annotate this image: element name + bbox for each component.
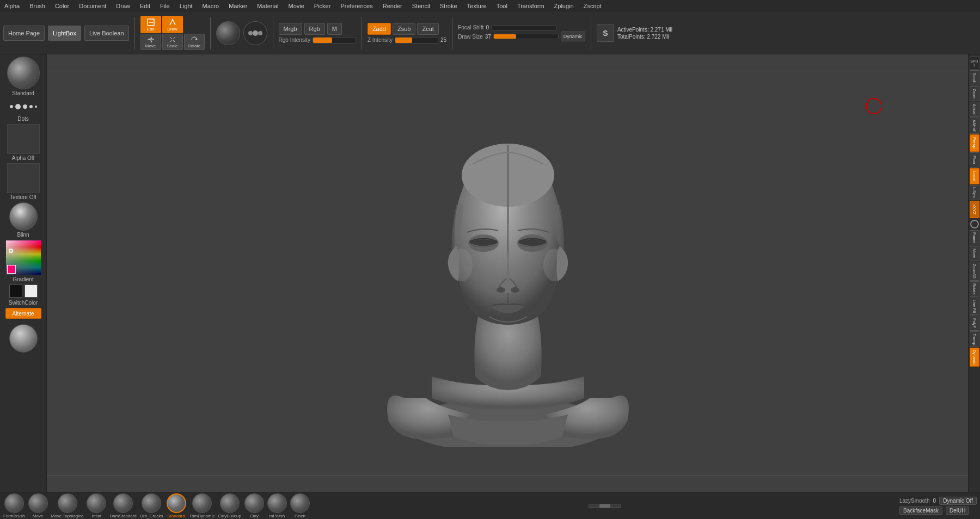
color-picker-item[interactable]: Gradient	[5, 240, 41, 282]
local-button[interactable]: Local	[970, 168, 979, 184]
white-swatch[interactable]	[24, 285, 38, 298]
scale-button[interactable]: Scale	[162, 34, 183, 50]
brush-sphere-preview[interactable]	[216, 21, 240, 45]
menu-picker[interactable]: Picker	[312, 3, 333, 9]
aahalf-button[interactable]: AAHalf	[970, 118, 979, 134]
menu-marker[interactable]: Marker	[226, 3, 249, 9]
blinn-item[interactable]: Blinn	[9, 202, 38, 238]
alternate-button[interactable]: Alternate	[5, 308, 41, 319]
backface-mask-button[interactable]: BackfaceMask	[899, 506, 942, 515]
z-intensity-slider[interactable]	[395, 37, 438, 44]
rxyz-button[interactable]: rXYZ	[970, 201, 979, 218]
menu-light[interactable]: Light	[177, 3, 195, 9]
menu-material[interactable]: Material	[255, 3, 280, 9]
alpha-off-item[interactable]: Alpha Off	[7, 124, 40, 161]
dam-standard-brush-item[interactable]: DamStandard	[109, 493, 136, 518]
zoom3d-button[interactable]: Zoom3D	[970, 262, 979, 281]
rotate-right-button[interactable]: Rotate	[970, 281, 979, 297]
rgb-intensity-slider[interactable]	[313, 37, 356, 44]
color-gradient[interactable]	[5, 240, 41, 275]
lsym-button[interactable]: L.Sym	[970, 185, 979, 200]
menu-preferences[interactable]: Preferences	[338, 3, 375, 9]
transp-button[interactable]: Transp	[970, 331, 979, 348]
persp-button[interactable]: Persp	[970, 134, 979, 152]
material-sphere-item[interactable]	[9, 324, 38, 353]
orb-cracks-brush-label: Orb_Cracks	[140, 514, 163, 518]
floor-button[interactable]: Floor	[970, 152, 979, 168]
inflat-brush-ball	[87, 493, 106, 513]
m-button[interactable]: M	[327, 23, 342, 35]
menu-texture[interactable]: Texture	[465, 3, 489, 9]
canvas-area[interactable]	[47, 54, 969, 492]
edit-button[interactable]: Edit	[140, 16, 161, 33]
move-button[interactable]: Move	[140, 34, 161, 50]
home-page-button[interactable]: Home Page	[3, 26, 45, 41]
rgb-button[interactable]: Rgb	[304, 23, 325, 35]
bottom-scrollbar[interactable]	[589, 504, 621, 508]
clay-brush-item[interactable]: Clay	[244, 493, 264, 518]
standard-brush-bottom-item[interactable]: Standard	[167, 493, 186, 518]
move-right-button[interactable]: Move	[970, 246, 979, 261]
dynamic-button[interactable]: Dynamic	[561, 32, 585, 41]
rotate-button[interactable]: Rotate	[184, 34, 205, 50]
menu-movie[interactable]: Movie	[286, 3, 306, 9]
live-boolean-button[interactable]: Live Boolean	[84, 26, 129, 41]
menu-zplugin[interactable]: Zplugin	[552, 3, 576, 9]
menu-alpha[interactable]: Alpha	[2, 3, 22, 9]
actual-button[interactable]: Actual	[970, 102, 979, 117]
menu-macro[interactable]: Macro	[200, 3, 222, 9]
menu-file[interactable]: File	[158, 3, 172, 9]
stroke-type-preview[interactable]	[243, 21, 267, 45]
scroll-button[interactable]: Scroll	[970, 70, 979, 85]
symmetry-s-button[interactable]: S	[597, 24, 614, 42]
menu-draw[interactable]: Draw	[114, 3, 132, 9]
standard-brush-item[interactable]: Standard	[7, 57, 40, 96]
trim-dynamic-brush-item[interactable]: TrimDynamic	[189, 493, 215, 518]
dynamic-off-button[interactable]: Dynamic Off	[939, 497, 977, 505]
zadd-button[interactable]: Zadd	[367, 23, 391, 35]
menu-stroke[interactable]: Stroke	[438, 3, 460, 9]
form-brush-item[interactable]: FormBrush	[3, 493, 25, 518]
zcut-button[interactable]: Zcut	[417, 23, 438, 35]
black-swatch[interactable]	[9, 285, 22, 298]
lightbox-button[interactable]: LightBox	[48, 26, 81, 41]
spix-button[interactable]: SPix 3	[970, 56, 979, 70]
menu-stencil[interactable]: Stencil	[410, 3, 432, 9]
dots-item[interactable]: Dots	[7, 98, 40, 122]
top-menu-bar: Alpha Brush Color Document Draw Edit Fil…	[0, 0, 980, 12]
alpha-off-label: Alpha Off	[12, 155, 35, 161]
menu-zscript[interactable]: Zscript	[581, 3, 604, 9]
zoom-button[interactable]: Zoom	[970, 86, 979, 101]
circle-icon-button[interactable]	[970, 220, 979, 228]
linefill-button[interactable]: Line Fill	[970, 298, 979, 315]
dynamic-right-button[interactable]: Dynamic	[970, 348, 979, 367]
orb-cracks-brush-item[interactable]: Orb_Cracks	[140, 493, 163, 518]
menu-edit[interactable]: Edit	[138, 3, 152, 9]
menu-transform[interactable]: Transform	[515, 3, 547, 9]
menu-render[interactable]: Render	[381, 3, 405, 9]
move-topo-brush-ball	[58, 493, 77, 513]
inflat-brush-item[interactable]: Inflat	[87, 493, 106, 518]
clay-buildup-brush-item[interactable]: ClayBuildup	[218, 493, 241, 518]
focal-shift-slider[interactable]	[491, 25, 556, 30]
move-brush-item[interactable]: Move	[28, 493, 48, 518]
menu-tool[interactable]: Tool	[494, 3, 510, 9]
draw-size-slider[interactable]	[493, 34, 559, 39]
texture-off-item[interactable]: Texture Off	[7, 163, 40, 200]
move-brush-ball	[28, 493, 48, 513]
pinch-brush-item[interactable]: Pinch	[290, 493, 310, 518]
mpolish-brush-item[interactable]: mPolish	[267, 493, 287, 518]
material-sphere[interactable]	[9, 324, 38, 353]
canvas-inner	[47, 54, 969, 492]
menu-brush[interactable]: Brush	[27, 3, 47, 9]
del-uh-button[interactable]: DelUH	[946, 506, 969, 515]
menu-document[interactable]: Document	[77, 3, 108, 9]
polyf-button[interactable]: PolyF	[970, 316, 979, 331]
frame-button[interactable]: Frame	[970, 230, 979, 245]
color-picker[interactable]	[5, 240, 41, 275]
zsub-button[interactable]: Zsub	[393, 23, 415, 35]
mrgb-button[interactable]: Mrgb	[279, 23, 302, 35]
move-topo-brush-item[interactable]: Move Topologica	[51, 493, 84, 518]
menu-color[interactable]: Color	[53, 3, 71, 9]
draw-button[interactable]: Draw	[162, 16, 183, 33]
